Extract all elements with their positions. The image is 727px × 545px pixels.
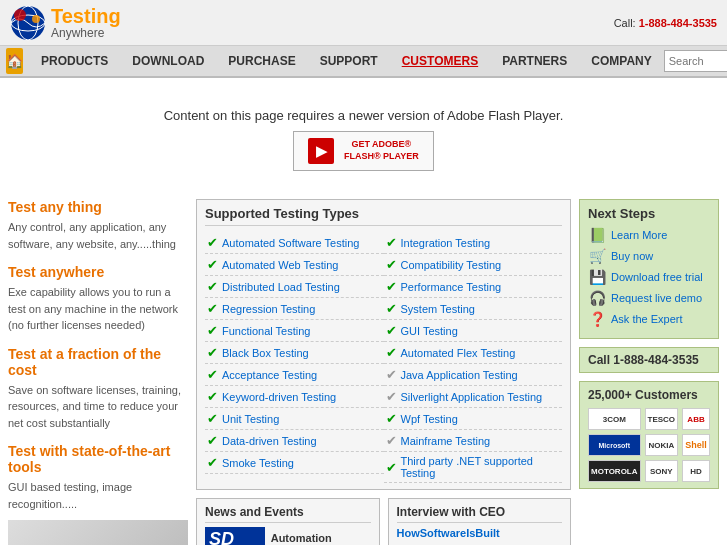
test-link[interactable]: Distributed Load Testing [222, 281, 340, 293]
test-link[interactable]: Integration Testing [401, 237, 491, 249]
test-item: ✔Automated Flex Testing [384, 342, 563, 364]
next-step-demo[interactable]: 🎧 Request live demo [588, 290, 710, 306]
nav-purchase[interactable]: PURCHASE [216, 45, 307, 77]
test-link[interactable]: Java Application Testing [401, 369, 518, 381]
interview-headline[interactable]: HowSoftwareIsBuilt [397, 527, 563, 539]
test-link[interactable]: Smoke Testing [222, 457, 294, 469]
next-steps-box: Next Steps 📗 Learn More 🛒 Buy now 💾 Down… [579, 199, 719, 339]
test-item: ✔Java Application Testing [384, 364, 563, 386]
check-icon: ✔ [386, 389, 397, 404]
flash-install-button[interactable]: ▶ Get ADOBE® FLASH® PLAYER [293, 131, 433, 171]
logo-testing: Testing [51, 5, 121, 27]
test-link[interactable]: Performance Testing [401, 281, 502, 293]
buy-link[interactable]: Buy now [611, 250, 653, 262]
nav-partners[interactable]: PARTNERS [490, 45, 579, 77]
interview-box: Interview with CEO HowSoftwareIsBuilt [388, 498, 572, 545]
phone-number: 1-888-484-3535 [639, 17, 717, 29]
test-item: ✔GUI Testing [384, 320, 563, 342]
flash-icon: ▶ [308, 138, 334, 164]
test-item: ✔Data-driven Testing [205, 430, 384, 452]
next-step-expert[interactable]: ❓ Ask the Expert [588, 311, 710, 327]
test-link[interactable]: Automated Web Testing [222, 259, 338, 271]
logo-icon [10, 5, 46, 41]
test-link[interactable]: Automated Software Testing [222, 237, 359, 249]
svg-point-3 [14, 9, 26, 21]
brand-microsoft: Microsoft [588, 434, 641, 456]
left-heading-1: Test any thing [8, 199, 188, 215]
customers-title: 25,000+ Customers [588, 388, 710, 402]
left-heading-2: Test anywhere [8, 264, 188, 280]
test-link[interactable]: Data-driven Testing [222, 435, 317, 447]
test-item: ✔Compatibility Testing [384, 254, 563, 276]
flash-message: Content on this page requires a newer ve… [10, 108, 717, 123]
news-box: News and Events SDTimes Automation Anywh… [196, 498, 380, 545]
test-link[interactable]: Wpf Testing [401, 413, 458, 425]
test-link[interactable]: Silverlight Application Testing [401, 391, 543, 403]
test-link[interactable]: Regression Testing [222, 303, 315, 315]
test-item: ✔Wpf Testing [384, 408, 563, 430]
test-link[interactable]: Black Box Testing [222, 347, 309, 359]
left-image [8, 520, 188, 545]
interview-title: Interview with CEO [397, 505, 563, 523]
nav-company[interactable]: COMPANY [579, 45, 663, 77]
left-text-1: Any control, any application, any softwa… [8, 219, 188, 252]
check-icon: ✔ [207, 455, 218, 470]
download-link[interactable]: Download free trial [611, 271, 703, 283]
expert-link[interactable]: Ask the Expert [611, 313, 683, 325]
test-item: ✔Regression Testing [205, 298, 384, 320]
check-icon: ✔ [207, 323, 218, 338]
test-link[interactable]: Acceptance Testing [222, 369, 317, 381]
check-icon: ✔ [386, 460, 397, 475]
sd-times-logo: SDTimes [205, 527, 265, 545]
nav-products[interactable]: PRODUCTS [29, 45, 120, 77]
customers-box: 25,000+ Customers 3COM TESCO ABB Microso… [579, 381, 719, 489]
nav-customers[interactable]: CUSTOMERS [390, 45, 490, 77]
check-icon: ✔ [207, 411, 218, 426]
test-link[interactable]: Mainframe Testing [401, 435, 491, 447]
demo-icon: 🎧 [588, 290, 606, 306]
nav-support[interactable]: SUPPORT [308, 45, 390, 77]
brand-nokia: NOKIA [645, 434, 679, 456]
brand-logo-grid: 3COM TESCO ABB Microsoft NOKIA Shell MOT… [588, 408, 710, 482]
learn-link[interactable]: Learn More [611, 229, 667, 241]
check-icon: ✔ [207, 301, 218, 316]
test-link[interactable]: Compatibility Testing [401, 259, 502, 271]
news-logo-area: SDTimes Automation Anywhere for testing.… [205, 527, 371, 545]
test-item: ✔Unit Testing [205, 408, 384, 430]
check-icon: ✔ [386, 257, 397, 272]
test-link[interactable]: Automated Flex Testing [401, 347, 516, 359]
svg-point-4 [32, 15, 40, 23]
test-link[interactable]: GUI Testing [401, 325, 458, 337]
test-link[interactable]: Third party .NET supported Testing [401, 455, 561, 479]
flash-notice: Content on this page requires a newer ve… [0, 78, 727, 191]
check-icon: ✔ [386, 323, 397, 338]
supported-testing-box: Supported Testing Types ✔Automated Softw… [196, 199, 571, 490]
test-link[interactable]: Unit Testing [222, 413, 279, 425]
check-icon: ✔ [207, 279, 218, 294]
check-icon: ✔ [386, 433, 397, 448]
test-link[interactable]: Keyword-driven Testing [222, 391, 336, 403]
test-link[interactable]: Functional Testing [222, 325, 310, 337]
next-step-download[interactable]: 💾 Download free trial [588, 269, 710, 285]
logo-area[interactable]: Testing Anywhere [10, 5, 121, 41]
brand-abb: ABB [682, 408, 710, 430]
learn-icon: 📗 [588, 227, 606, 243]
test-link[interactable]: System Testing [401, 303, 475, 315]
header-call: Call: 1-888-484-3535 [614, 17, 717, 29]
check-icon: ✔ [386, 411, 397, 426]
demo-link[interactable]: Request live demo [611, 292, 702, 304]
check-icon: ✔ [207, 235, 218, 250]
test-item: ✔Black Box Testing [205, 342, 384, 364]
test-item: ✔Functional Testing [205, 320, 384, 342]
next-step-buy[interactable]: 🛒 Buy now [588, 248, 710, 264]
nav-download[interactable]: DOWNLOAD [120, 45, 216, 77]
check-icon: ✔ [386, 345, 397, 360]
home-button[interactable]: 🏠 [6, 48, 23, 74]
brand-tesco: TESCO [645, 408, 679, 430]
search-area: GO [664, 50, 727, 72]
test-item: ✔Silverlight Application Testing [384, 386, 563, 408]
search-input[interactable] [664, 50, 727, 72]
right-column: Next Steps 📗 Learn More 🛒 Buy now 💾 Down… [579, 199, 719, 545]
call-label: Call: [614, 17, 636, 29]
next-step-learn[interactable]: 📗 Learn More [588, 227, 710, 243]
